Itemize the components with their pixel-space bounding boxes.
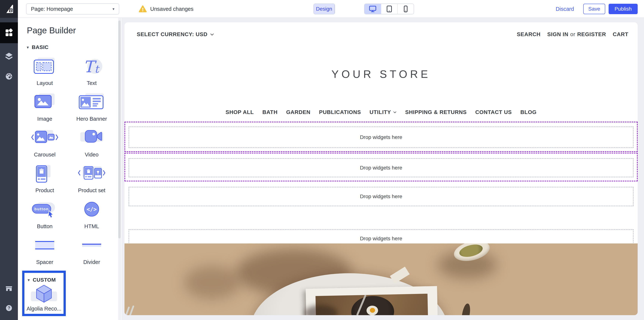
rail-item-theme[interactable] — [0, 66, 18, 87]
widget-label: Algolia Reco... — [27, 306, 62, 312]
section-custom[interactable]: ▾ CUSTOM — [28, 277, 64, 283]
widget-label: Divider — [83, 259, 100, 265]
cart-link[interactable]: CART — [613, 31, 628, 37]
panel-scrollbar-track — [118, 18, 122, 320]
widget-label: HTML — [84, 223, 99, 230]
currency-label: SELECT CURRENCY: USD — [137, 31, 208, 37]
cup-interior-shape — [458, 244, 484, 259]
widget-tile-product-set[interactable]: Product set — [70, 165, 113, 194]
page-builder-app: B — [0, 0, 644, 320]
caret-down-icon: ▾ — [27, 45, 29, 49]
drop-zone-label: Drop widgets here — [360, 134, 402, 140]
section-basic[interactable]: ▾ BASIC — [27, 44, 48, 50]
nav-utility[interactable]: UTILITY — [370, 109, 396, 115]
chevron-down-icon — [210, 33, 214, 35]
nav-publications[interactable]: PUBLICATIONS — [319, 109, 361, 115]
discard-button[interactable]: Discard — [556, 0, 574, 18]
storefront-icon — [4, 285, 14, 294]
drop-zone-2[interactable]: Drop widgets here — [128, 158, 634, 177]
warning-icon — [139, 5, 147, 13]
svg-text:B: B — [9, 7, 13, 13]
publish-button[interactable]: Publish — [608, 4, 638, 14]
desktop-device-button[interactable] — [364, 4, 381, 14]
product-set-widget-icon — [78, 165, 106, 183]
chevron-down-icon — [393, 111, 396, 113]
nav-shipping-returns[interactable]: SHIPPING & RETURNS — [405, 109, 466, 115]
design-mode-button[interactable]: Design — [314, 4, 335, 14]
widget-tile-algolia-recommend[interactable]: Algolia Reco... — [24, 283, 64, 312]
widget-tile-video[interactable]: Video — [70, 129, 113, 158]
drop-zone-label: Drop widgets here — [360, 165, 402, 171]
preview-area: SELECT CURRENCY: USD SEARCH SIGN IN or R… — [122, 18, 644, 320]
widget-tile-text[interactable]: T t Text — [70, 58, 113, 86]
widget-label: Layout — [36, 80, 53, 86]
spacer-widget-icon — [31, 237, 59, 255]
caret-down-icon: ▾ — [28, 278, 30, 282]
app-rail: B — [0, 0, 18, 320]
hero-banner-widget-icon — [78, 93, 106, 111]
register-link[interactable]: REGISTER — [577, 31, 606, 37]
html-widget-icon: </> — [78, 201, 106, 219]
widget-label: Carousel — [34, 152, 56, 158]
widget-tile-carousel[interactable]: Carousel — [23, 129, 66, 158]
layout-widget-icon — [31, 58, 59, 76]
nav-blog[interactable]: BLOG — [520, 109, 536, 115]
bigcommerce-logo-icon: B — [4, 4, 14, 14]
yolk-shape — [370, 308, 375, 313]
sign-in-link[interactable]: SIGN IN — [547, 31, 568, 37]
widget-tile-layout[interactable]: Layout — [23, 58, 66, 86]
unsaved-changes-label: Unsaved changes — [150, 6, 194, 12]
button-widget-icon: button — [31, 201, 59, 219]
widget-tile-button[interactable]: button Button — [23, 201, 66, 230]
widget-tile-image[interactable]: Image — [23, 93, 66, 122]
panel-scrollbar-thumb[interactable] — [118, 20, 120, 238]
account-links: SIGN IN or REGISTER — [547, 31, 606, 37]
rail-item-help[interactable]: ? — [0, 298, 18, 319]
carousel-widget-icon — [31, 129, 59, 147]
image-widget-icon — [31, 93, 59, 111]
store-logo-text[interactable]: YOUR STORE — [124, 68, 638, 80]
tablet-device-button[interactable] — [381, 4, 397, 14]
widget-tile-spacer[interactable]: Spacer — [23, 237, 66, 265]
store-main-nav: SHOP ALL BATH GARDEN PUBLICATIONS UTILIT… — [124, 108, 638, 116]
svg-text:</>: </> — [87, 206, 97, 213]
nav-garden[interactable]: GARDEN — [286, 109, 310, 115]
nav-shop-all[interactable]: SHOP ALL — [226, 109, 254, 115]
theme-palette-icon — [4, 72, 14, 81]
nav-utility-label: UTILITY — [370, 109, 391, 115]
top-bar: Page: Homepage ▾ Unsaved changes Design … — [18, 0, 644, 18]
page-selector-value: Page: Homepage — [31, 6, 73, 12]
rail-item-store[interactable] — [0, 279, 18, 300]
save-button[interactable]: Save — [583, 4, 605, 14]
bigcommerce-logo[interactable]: B — [0, 0, 18, 18]
widget-tile-divider[interactable]: Divider — [70, 237, 113, 265]
widget-label: Button — [37, 223, 52, 230]
drop-zone-1[interactable]: Drop widgets here — [128, 126, 634, 148]
page-selector[interactable]: Page: Homepage ▾ — [26, 3, 119, 14]
widget-tile-hero-banner[interactable]: Hero Banner — [70, 93, 113, 122]
fork-shape — [124, 307, 130, 315]
panel-title: Page Builder — [27, 25, 76, 35]
svg-text:button: button — [34, 207, 49, 211]
mobile-device-button[interactable] — [397, 4, 414, 14]
rail-item-widgets[interactable] — [0, 22, 18, 43]
nav-bath[interactable]: BATH — [262, 109, 278, 115]
widget-label: Image — [37, 116, 52, 122]
section-basic-label: BASIC — [32, 44, 49, 50]
shadow-shape — [184, 266, 240, 299]
widget-tile-html[interactable]: </> HTML — [70, 201, 113, 230]
nav-contact-us[interactable]: CONTACT US — [475, 109, 512, 115]
chevron-down-icon: ▾ — [112, 7, 114, 11]
search-link[interactable]: SEARCH — [517, 31, 540, 37]
mobile-icon — [402, 5, 410, 12]
currency-selector[interactable]: SELECT CURRENCY: USD — [137, 31, 214, 37]
tablet-icon — [386, 5, 393, 12]
widget-label: Text — [87, 80, 96, 86]
algolia-recommend-widget-icon — [29, 283, 59, 304]
rail-item-layers[interactable] — [0, 46, 18, 67]
text-widget-icon: T t — [78, 58, 106, 76]
widget-label: Video — [85, 152, 98, 158]
drop-zone-3[interactable]: Drop widgets here — [128, 187, 634, 206]
widget-tile-product[interactable]: Product — [23, 165, 66, 194]
egg-shape — [366, 306, 378, 315]
